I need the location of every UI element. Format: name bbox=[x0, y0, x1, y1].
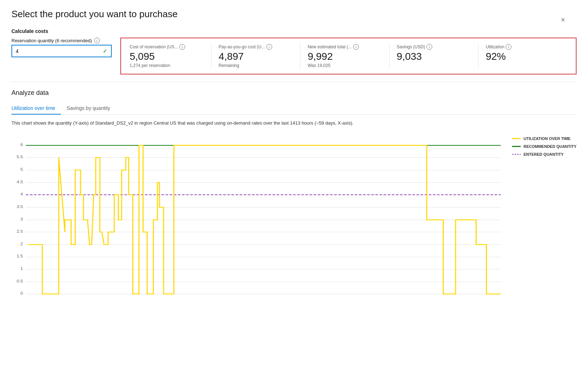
svg-text:2.5: 2.5 bbox=[17, 229, 23, 234]
tab-utilization-over-time[interactable]: Utilization over time bbox=[11, 102, 61, 115]
tab-savings-by-quantity[interactable]: Savings by quantity bbox=[61, 102, 116, 115]
metric-sub: 1,274 per reservation bbox=[130, 63, 204, 68]
metric-label: Cost of reservation (US... i bbox=[130, 44, 204, 50]
legend-label: ENTERED QUANTITY bbox=[524, 152, 564, 156]
legend-label: RECOMMENDED QUANTITY bbox=[524, 144, 577, 149]
quantity-info-icon[interactable]: i bbox=[94, 38, 100, 43]
svg-text:5: 5 bbox=[20, 167, 23, 172]
metric-item: Savings (USD) i 9,033 bbox=[390, 44, 479, 68]
metric-item: Pay-as-you-go cost (U... i 4,897 Remaini… bbox=[212, 44, 301, 68]
legend-dashed-line bbox=[512, 153, 521, 156]
metric-label: Utilization i bbox=[486, 44, 560, 50]
metric-value: 9,992 bbox=[308, 51, 382, 62]
metric-value: 9,033 bbox=[397, 51, 471, 62]
quantity-input-wrapper: ✓ bbox=[11, 45, 112, 57]
legend-item: ENTERED QUANTITY bbox=[512, 152, 577, 156]
svg-text:6: 6 bbox=[20, 142, 23, 147]
svg-text:5.5: 5.5 bbox=[17, 155, 23, 159]
metric-value: 4,897 bbox=[219, 51, 293, 62]
metrics-box: Cost of reservation (US... i 5,095 1,274… bbox=[120, 38, 577, 74]
chart-container: 0 0.5 1 1.5 2 2.5 3 3.5 4 4.5 5 5.5 6 bbox=[11, 133, 505, 298]
metric-info-icon[interactable]: i bbox=[426, 44, 432, 50]
metric-label: Pay-as-you-go cost (U... i bbox=[219, 44, 293, 50]
metric-label: New estimated total (... i bbox=[308, 44, 382, 50]
svg-text:1: 1 bbox=[20, 266, 23, 271]
metric-info-icon[interactable]: i bbox=[266, 44, 272, 50]
metric-item: Cost of reservation (US... i 5,095 1,274… bbox=[130, 44, 212, 68]
divider bbox=[11, 82, 577, 82]
quantity-label: Reservation quantity (6 recommended) i bbox=[11, 38, 112, 43]
chart-description: This chart shows the quantity (Y-axis) o… bbox=[11, 120, 577, 126]
close-button[interactable]: × bbox=[561, 16, 565, 24]
check-icon: ✓ bbox=[103, 48, 107, 54]
analyze-title: Analyze data bbox=[11, 89, 577, 97]
svg-text:0.5: 0.5 bbox=[17, 279, 23, 284]
page-title: Select the product you want to purchase bbox=[11, 9, 577, 20]
metric-item: New estimated total (... i 9,992 Was 19,… bbox=[300, 44, 390, 68]
svg-text:1.5: 1.5 bbox=[17, 254, 23, 259]
svg-text:0: 0 bbox=[20, 291, 23, 296]
tabs-bar: Utilization over timeSavings by quantity bbox=[11, 102, 577, 115]
svg-text:3.5: 3.5 bbox=[17, 204, 23, 209]
metric-label: Savings (USD) i bbox=[397, 44, 471, 50]
svg-text:2: 2 bbox=[20, 242, 23, 246]
metric-value: 5,095 bbox=[130, 51, 204, 62]
svg-text:3: 3 bbox=[20, 217, 23, 222]
metric-info-icon[interactable]: i bbox=[179, 44, 185, 50]
metric-item: Utilization i 92% bbox=[478, 44, 567, 68]
legend-solid-line bbox=[512, 145, 521, 148]
quantity-input[interactable] bbox=[16, 48, 95, 54]
metric-info-icon[interactable]: i bbox=[506, 44, 511, 50]
svg-text:4.5: 4.5 bbox=[17, 180, 23, 184]
chart-legend: UTILIZATION OVER TIMERECOMMENDED QUANTIT… bbox=[512, 133, 577, 298]
metric-info-icon[interactable]: i bbox=[353, 44, 359, 50]
metric-sub: Was 19,025 bbox=[308, 63, 382, 68]
calculate-label: Calculate costs bbox=[11, 28, 577, 34]
legend-solid-line bbox=[512, 137, 521, 140]
utilization-chart: 0 0.5 1 1.5 2 2.5 3 3.5 4 4.5 5 5.5 6 bbox=[11, 133, 505, 298]
metric-sub: Remaining bbox=[219, 63, 293, 68]
legend-item: UTILIZATION OVER TIME bbox=[512, 136, 577, 141]
metric-value: 92% bbox=[486, 51, 560, 62]
legend-label: UTILIZATION OVER TIME bbox=[524, 136, 570, 141]
svg-text:4: 4 bbox=[20, 192, 23, 197]
legend-item: RECOMMENDED QUANTITY bbox=[512, 144, 577, 149]
